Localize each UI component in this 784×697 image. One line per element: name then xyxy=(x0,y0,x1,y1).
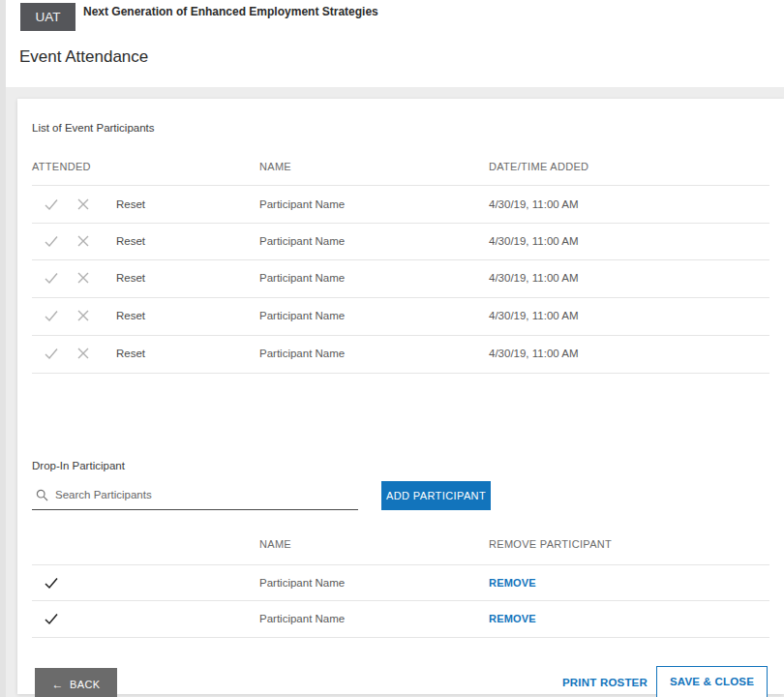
date-time-added: 4/30/19, 11:00 AM xyxy=(489,272,579,284)
participant-name: Participant Name xyxy=(259,613,345,624)
event-attendance-card: List of Event Participants ATTENDED NAME… xyxy=(17,99,784,694)
column-header-dropin-name: NAME xyxy=(259,538,291,550)
top-app-bar: UAT Next Generation of Enhanced Employme… xyxy=(0,0,784,87)
remove-participant-link[interactable]: REMOVE xyxy=(489,577,536,589)
participant-name: Participant Name xyxy=(259,577,345,589)
mark-attended-check-icon[interactable] xyxy=(44,346,59,361)
table-row: Reset Participant Name 4/30/19, 11:00 AM xyxy=(17,259,784,296)
add-participant-button[interactable]: ADD PARTICIPANT xyxy=(381,481,491,510)
search-icon xyxy=(36,489,48,501)
mark-attended-check-icon[interactable] xyxy=(44,308,59,323)
date-time-added: 4/30/19, 11:00 AM xyxy=(489,235,579,247)
date-time-added: 4/30/19, 11:00 AM xyxy=(489,198,579,210)
environment-badge: UAT xyxy=(20,3,75,31)
mark-absent-x-icon[interactable] xyxy=(75,233,91,249)
reset-link[interactable]: Reset xyxy=(116,272,145,284)
mark-attended-check-icon[interactable] xyxy=(44,197,59,212)
participant-name: Participant Name xyxy=(259,348,345,359)
reset-link[interactable]: Reset xyxy=(116,348,145,359)
table-row: Participant Name REMOVE xyxy=(17,564,784,600)
table-divider xyxy=(32,637,769,638)
column-header-name: NAME xyxy=(259,161,291,172)
date-time-added: 4/30/19, 11:00 AM xyxy=(489,310,579,321)
column-header-remove-participant: REMOVE PARTICIPANT xyxy=(489,538,612,550)
mark-absent-x-icon[interactable] xyxy=(75,197,91,212)
back-button[interactable]: ←BACK xyxy=(35,668,117,697)
dropin-section-title: Drop-In Participant xyxy=(32,460,125,471)
table-row: Reset Participant Name 4/30/19, 11:00 AM xyxy=(17,223,784,259)
attended-check-icon xyxy=(44,575,59,591)
column-header-date-added: DATE/TIME ADDED xyxy=(489,161,588,172)
mark-absent-x-icon[interactable] xyxy=(75,346,91,361)
table-row: Reset Participant Name 4/30/19, 11:00 AM xyxy=(17,335,784,372)
mark-absent-x-icon[interactable] xyxy=(75,308,91,323)
save-close-button[interactable]: SAVE & CLOSE xyxy=(656,666,768,697)
table-divider xyxy=(32,373,769,374)
participant-name: Participant Name xyxy=(259,235,345,247)
column-header-attended: ATTENDED xyxy=(32,161,91,172)
table-row: Reset Participant Name 4/30/19, 11:00 AM xyxy=(17,186,784,223)
search-participants-field xyxy=(32,481,358,510)
page-left-gutter xyxy=(0,0,6,697)
table-row: Reset Participant Name 4/30/19, 11:00 AM xyxy=(17,297,784,334)
table-row: Participant Name REMOVE xyxy=(17,600,784,637)
participants-section-title: List of Event Participants xyxy=(32,122,155,134)
reset-link[interactable]: Reset xyxy=(116,235,145,247)
reset-link[interactable]: Reset xyxy=(116,198,145,210)
participant-name: Participant Name xyxy=(259,310,345,321)
page-title: Event Attendance xyxy=(19,47,148,67)
print-roster-button[interactable]: PRINT ROSTER xyxy=(552,666,658,697)
back-button-label: BACK xyxy=(70,679,101,690)
mark-attended-check-icon[interactable] xyxy=(44,233,59,249)
reset-link[interactable]: Reset xyxy=(116,310,145,321)
participant-name: Participant Name xyxy=(259,198,345,210)
search-participants-input[interactable] xyxy=(55,483,346,506)
attended-check-icon xyxy=(44,611,59,626)
participant-name: Participant Name xyxy=(259,272,345,284)
mark-attended-check-icon[interactable] xyxy=(44,270,59,286)
mark-absent-x-icon[interactable] xyxy=(75,270,91,286)
date-time-added: 4/30/19, 11:00 AM xyxy=(489,348,579,359)
remove-participant-link[interactable]: REMOVE xyxy=(489,613,536,624)
back-arrow-icon: ← xyxy=(52,678,64,691)
app-title: Next Generation of Enhanced Employment S… xyxy=(83,5,378,18)
